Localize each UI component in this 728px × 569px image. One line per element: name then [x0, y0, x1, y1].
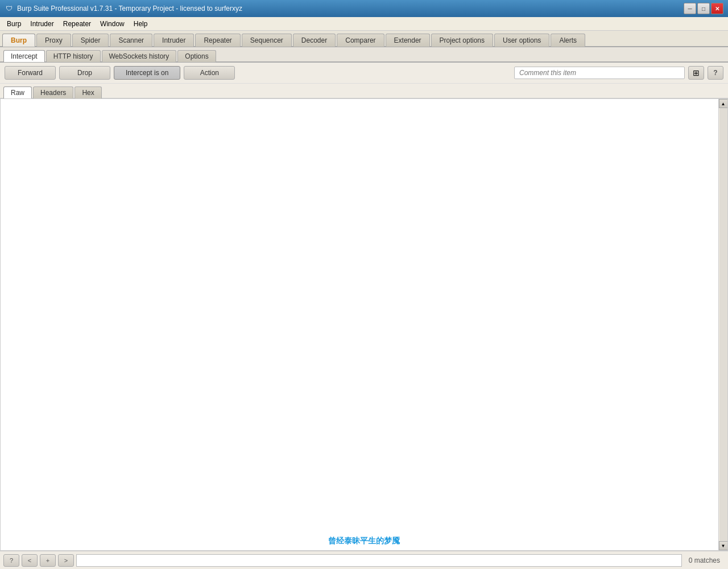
main-tab-bar: Burp Proxy Spider Scanner Intruder Repea… [0, 31, 728, 47]
tab-repeater[interactable]: Repeater [195, 34, 240, 47]
intercept-toolbar: Forward Drop Intercept is on Action ⊞ ? [0, 63, 728, 84]
app-area: Intercept HTTP history WebSockets histor… [0, 47, 728, 551]
scroll-track[interactable] [719, 108, 727, 541]
menu-intruder[interactable]: Intruder [26, 19, 58, 29]
matches-label: 0 matches [684, 556, 725, 564]
status-help-button[interactable]: ? [3, 554, 19, 567]
subtab-intercept[interactable]: Intercept [3, 50, 45, 62]
title-bar: 🛡 Burp Suite Professional v1.7.31 - Temp… [0, 0, 728, 17]
menu-help[interactable]: Help [129, 19, 152, 29]
context-help-button[interactable]: ? [708, 66, 723, 80]
tab-user-options[interactable]: User options [494, 34, 549, 47]
tab-sequencer[interactable]: Sequencer [242, 34, 292, 47]
maximize-button[interactable]: □ [697, 3, 710, 14]
tab-proxy[interactable]: Proxy [36, 34, 71, 47]
status-add-button[interactable]: + [40, 554, 56, 567]
forward-button[interactable]: Forward [5, 66, 56, 80]
scroll-up-arrow[interactable]: ▲ [719, 99, 728, 108]
window-title: Burp Suite Professional v1.7.31 - Tempor… [17, 5, 242, 13]
status-bar: ? < + > 0 matches [0, 551, 728, 569]
menu-repeater[interactable]: Repeater [59, 19, 96, 29]
tab-burp[interactable]: Burp [2, 34, 35, 47]
scroll-down-arrow[interactable]: ▼ [719, 541, 728, 550]
viewtab-hex[interactable]: Hex [75, 86, 101, 98]
status-prev-button[interactable]: < [22, 554, 38, 567]
view-tab-bar: Raw Headers Hex [0, 84, 728, 98]
window-controls[interactable]: ─ □ ✕ [684, 3, 723, 14]
menu-window[interactable]: Window [96, 19, 129, 29]
tab-decoder[interactable]: Decoder [293, 34, 336, 47]
subtab-websockets-history[interactable]: WebSockets history [102, 50, 177, 62]
scrollbar[interactable]: ▲ ▼ [718, 99, 727, 550]
tab-project-options[interactable]: Project options [431, 34, 493, 47]
sub-tab-bar: Intercept HTTP history WebSockets histor… [0, 47, 728, 63]
drop-button[interactable]: Drop [59, 66, 110, 80]
title-bar-left: 🛡 Burp Suite Professional v1.7.31 - Temp… [5, 4, 242, 13]
tab-scanner[interactable]: Scanner [110, 34, 152, 47]
comment-input[interactable] [514, 67, 685, 79]
tab-comparer[interactable]: Comparer [337, 34, 384, 47]
intercept-toggle-button[interactable]: Intercept is on [114, 66, 180, 80]
highlight-button[interactable]: ⊞ [688, 66, 704, 80]
tab-intruder[interactable]: Intruder [154, 34, 194, 47]
highlight-icon: ⊞ [693, 68, 700, 77]
tab-alerts[interactable]: Alerts [551, 34, 585, 47]
menu-bar: Burp Intruder Repeater Window Help [0, 17, 728, 31]
minimize-button[interactable]: ─ [684, 3, 696, 14]
tab-spider[interactable]: Spider [72, 34, 109, 47]
help-icon: ? [713, 69, 717, 77]
app-icon: 🛡 [5, 4, 14, 13]
action-button[interactable]: Action [184, 66, 235, 80]
close-button[interactable]: ✕ [711, 3, 723, 14]
content-area: ▲ ▼ [0, 98, 728, 551]
status-next-button[interactable]: > [58, 554, 74, 567]
subtab-http-history[interactable]: HTTP history [46, 50, 101, 62]
viewtab-headers[interactable]: Headers [33, 86, 73, 98]
subtab-options[interactable]: Options [177, 50, 216, 62]
viewtab-raw[interactable]: Raw [3, 86, 32, 98]
search-input[interactable] [76, 554, 682, 567]
menu-burp[interactable]: Burp [2, 19, 26, 29]
tab-extender[interactable]: Extender [386, 34, 430, 47]
